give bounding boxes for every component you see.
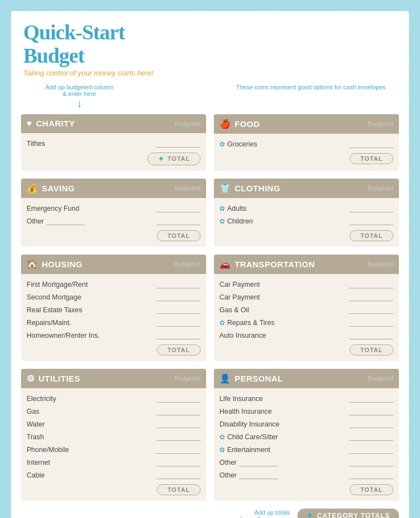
childcare-input[interactable] (349, 433, 393, 441)
section-housing-title: 🏠 HOUSING (27, 259, 83, 270)
list-item: Homeowner/Renter Ins. (27, 328, 201, 341)
list-item: Car Payment (219, 277, 393, 290)
car-payment-1-input[interactable] (349, 280, 393, 288)
groceries-input[interactable] (349, 140, 393, 148)
page-container: Quick-Start Budget Taking control of you… (11, 11, 409, 518)
section-utilities: ⚙ UTILITIES Budgeted Electricity Gas Wat… (21, 369, 206, 501)
item-label: ✿ Children (219, 217, 253, 225)
item-label: Other (219, 471, 278, 479)
section-clothing-header: 👕 CLOTHING Budgeted (214, 179, 399, 198)
transportation-budgeted-label: Budgeted (367, 261, 393, 267)
adults-input[interactable] (349, 204, 393, 212)
charity-budgeted-label: Budgeted (175, 120, 201, 127)
section-saving-title: 💰 SAVING (27, 183, 75, 194)
real-estate-taxes-input[interactable] (156, 306, 201, 314)
clothing-icon: 👕 (219, 183, 231, 194)
section-charity-title: ♥ CHARITY (27, 119, 75, 129)
list-item: Tithes (27, 136, 201, 149)
clothing-budgeted-label: Budgeted (367, 185, 393, 191)
utilities-budgeted-label: Budgeted (175, 375, 201, 382)
cash-envelope-icon: ✿ (219, 205, 225, 212)
food-total-btn[interactable]: TOTAL (350, 153, 393, 164)
car-payment-2-input[interactable] (349, 293, 393, 301)
clothing-total-row: TOTAL (219, 227, 393, 246)
list-item: ✿ Adults (219, 201, 393, 214)
food-icon: 🍎 (219, 119, 231, 129)
utilities-total-row: TOTAL (27, 481, 201, 500)
section-personal-header: 👤 PERSONAL Budgeted (214, 369, 399, 388)
children-input[interactable] (349, 217, 393, 225)
item-label: Auto Insurance (219, 332, 266, 339)
section-food-body: ✿ Groceries TOTAL (214, 134, 399, 170)
repairs-maint-input[interactable] (156, 318, 201, 327)
internet-input[interactable] (156, 458, 201, 466)
category-star-icon: ✦ (306, 511, 314, 518)
section-food-header: 🍎 FOOD Budgeted (214, 114, 399, 134)
item-label: Gas & Oil (219, 306, 249, 314)
electricity-input[interactable] (156, 394, 201, 403)
item-label: Trash (27, 433, 44, 441)
charity-total-btn[interactable]: ✦ TOTAL (147, 153, 201, 165)
section-saving-body: Emergency Fund Other TOTAL (21, 198, 206, 247)
section-charity-header: ♥ CHARITY Budgeted (21, 114, 206, 133)
homeowner-ins-input[interactable] (156, 331, 201, 339)
gas-oil-input[interactable] (349, 306, 393, 314)
personal-other-1-input[interactable] (349, 458, 393, 466)
transportation-total-btn[interactable]: TOTAL (350, 344, 393, 356)
phone-input[interactable] (156, 445, 201, 454)
repairs-tires-input[interactable] (349, 318, 393, 327)
list-item: Water (27, 417, 201, 430)
saving-total-btn[interactable]: TOTAL (157, 230, 201, 241)
auto-insurance-input[interactable] (349, 331, 393, 339)
section-utilities-header: ⚙ UTILITIES Budgeted (21, 369, 206, 388)
item-label: Car Payment (219, 281, 260, 288)
section-personal-title: 👤 PERSONAL (219, 373, 283, 384)
health-insurance-input[interactable] (349, 407, 393, 415)
gas-input[interactable] (156, 407, 201, 415)
section-personal: 👤 PERSONAL Budgeted Life Insurance Healt… (214, 369, 399, 501)
clothing-total-btn[interactable]: TOTAL (350, 230, 393, 241)
second-mortgage-input[interactable] (156, 293, 201, 301)
section-food: 🍎 FOOD Budgeted ✿ Groceries TOTAL (214, 114, 399, 171)
housing-icon: 🏠 (27, 259, 38, 270)
housing-total-btn[interactable]: TOTAL (157, 344, 201, 356)
first-mortgage-input[interactable] (156, 280, 201, 288)
entertainment-input[interactable] (349, 445, 393, 454)
list-item: Electricity (27, 392, 201, 404)
section-food-title: 🍎 FOOD (219, 119, 260, 129)
item-label: ✿ Entertainment (219, 446, 270, 454)
category-totals-button[interactable]: ✦ CATEGORY TOTALS (298, 509, 399, 518)
item-label: Real Estate Taxes (27, 306, 83, 314)
item-label: ✿ Child Care/Sitter (219, 433, 278, 441)
section-clothing: 👕 CLOTHING Budgeted ✿ Adults ✿ Children (214, 179, 399, 247)
saving-total-row: TOTAL (27, 227, 201, 246)
list-item: Real Estate Taxes (27, 303, 201, 316)
annotation-left: Add up budgeted column& enter here ↓ (45, 84, 113, 111)
cable-input[interactable] (156, 471, 201, 479)
item-label: Disability Insurance (219, 420, 279, 428)
section-utilities-body: Electricity Gas Water Trash Phone/Mobile (21, 388, 206, 501)
personal-total-btn[interactable]: TOTAL (350, 484, 393, 495)
list-item: ✿ Child Care/Sitter (219, 430, 393, 443)
emergency-fund-input[interactable] (156, 204, 201, 212)
item-label-second-mortgage: Second Mortgage (27, 293, 81, 301)
list-item: Phone/Mobile (27, 443, 201, 455)
list-item: Other (219, 468, 393, 481)
section-transportation: 🚗 TRANSPORTATION Budgeted Car Payment Ca… (214, 255, 399, 361)
list-item: Emergency Fund (27, 201, 201, 214)
saving-other-input[interactable] (156, 217, 201, 225)
list-item: Second Mortgage (27, 290, 201, 303)
utilities-total-btn[interactable]: TOTAL (157, 484, 201, 495)
item-label: ✿ Adults (219, 205, 247, 212)
trash-input[interactable] (156, 433, 201, 441)
page-title: Quick-Start Budget (23, 21, 178, 68)
bottom-bar: Add up totalsfrom all categories ✦ CATEG… (11, 503, 409, 518)
life-insurance-input[interactable] (349, 394, 393, 403)
cash-envelope-icon: ✿ (219, 446, 225, 454)
list-item: Gas & Oil (219, 303, 393, 316)
header: Quick-Start Budget Taking control of you… (11, 11, 409, 84)
personal-other-2-input[interactable] (349, 471, 393, 479)
tithes-input[interactable] (156, 139, 201, 148)
water-input[interactable] (156, 420, 201, 428)
disability-insurance-input[interactable] (349, 420, 393, 428)
